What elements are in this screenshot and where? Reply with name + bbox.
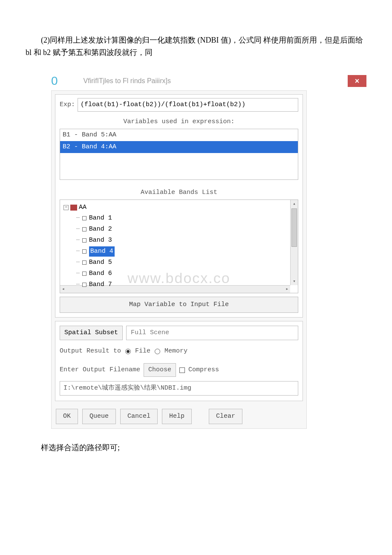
- queue-button[interactable]: Queue: [82, 409, 116, 424]
- tree-item[interactable]: ┄Band 3: [76, 235, 294, 246]
- tree-branch-icon: ┄: [76, 236, 80, 245]
- choose-button[interactable]: Choose: [144, 363, 176, 377]
- band-box-icon: [82, 260, 86, 265]
- clear-button[interactable]: Clear: [209, 409, 242, 424]
- tree-item[interactable]: ┄Band 4: [76, 246, 294, 257]
- bands-tree: − AA ┄Band 1 ┄Band 2 ┄Band 3 ┄Band 4 ┄Ba…: [60, 199, 298, 293]
- intro-paragraph: (2)同样用上述发放计算图像的归一化建筑指数 (NDBI 值)，公式同 样使用前…: [26, 34, 366, 59]
- outro-paragraph: 样选择合适的路径即可;: [26, 442, 366, 454]
- ok-button[interactable]: OK: [56, 409, 78, 424]
- button-row: OK Queue Cancel Help Clear: [52, 405, 306, 428]
- band-label: Band 5: [89, 257, 112, 268]
- close-button[interactable]: ×: [348, 75, 366, 87]
- middle-panel: Spatial Subset Full Scene Output Result …: [55, 321, 303, 401]
- compress-checkbox[interactable]: [179, 367, 185, 373]
- output-path-input[interactable]: I:\remote\城市遥感实验\结果\NDBI.img: [60, 381, 298, 396]
- tree-branch-icon: ┄: [76, 280, 80, 289]
- memory-radio[interactable]: [155, 349, 160, 354]
- band-box-icon: [82, 227, 86, 231]
- band-label: Band 3: [89, 235, 112, 246]
- tree-branch-icon: ┄: [76, 258, 80, 267]
- spatial-subset-button[interactable]: Spatial Subset: [60, 326, 123, 340]
- tree-branch-icon: ┄: [76, 269, 80, 278]
- band-box-icon: [82, 238, 86, 243]
- tree-item[interactable]: ┄Band 5: [76, 257, 294, 268]
- memory-radio-label: Memory: [164, 346, 187, 356]
- band-box-icon: [82, 216, 86, 220]
- exp-input[interactable]: (float(b1)-float(b2))/(float(b1)+float(b…: [78, 98, 298, 112]
- exp-label: Exp:: [60, 100, 75, 110]
- variable-item[interactable]: B2 - Band 4:AA: [60, 141, 298, 153]
- output-result-label: Output Result to: [60, 346, 121, 356]
- variables-list[interactable]: B1 - Band 5:AA B2 - Band 4:AA: [60, 129, 298, 180]
- tree-item[interactable]: ┄Band 6: [76, 268, 294, 279]
- map-variable-button[interactable]: Map Variable to Input File: [60, 297, 298, 313]
- band-label: Band 2: [89, 224, 112, 234]
- header-zero: 0: [51, 72, 58, 91]
- band-box-icon: [82, 249, 86, 254]
- tree-collapse-icon[interactable]: −: [63, 205, 69, 210]
- tree-item[interactable]: ┄Band 2: [76, 224, 294, 235]
- cancel-button[interactable]: Cancel: [120, 409, 158, 424]
- variable-item[interactable]: B1 - Band 5:AA: [60, 129, 298, 141]
- variables-label: Variables used in expression:: [55, 115, 303, 129]
- band-label: Band 4: [89, 246, 115, 257]
- dialog-title: VfirifITjles to Fl rinds Paiiirx]s: [84, 75, 348, 87]
- file-icon: [70, 205, 77, 211]
- spatial-subset-value[interactable]: Full Scene: [126, 326, 298, 340]
- dialog-window: Exp: (float(b1)-float(b2))/(float(b1)+fl…: [51, 90, 307, 429]
- band-box-icon: [82, 283, 86, 287]
- file-radio[interactable]: [125, 349, 131, 354]
- compress-label: Compress: [188, 365, 219, 375]
- tree-branch-icon: ┄: [76, 225, 80, 234]
- tree-branch-icon: ┄: [76, 247, 80, 256]
- band-label: Band 6: [89, 269, 112, 279]
- help-button[interactable]: Help: [162, 409, 192, 424]
- output-filename-label: Enter Output Filename: [60, 365, 140, 375]
- tree-root[interactable]: − AA: [63, 202, 294, 213]
- band-label: Band 1: [89, 213, 112, 223]
- top-panel: Exp: (float(b1)-float(b2))/(float(b1)+fl…: [55, 94, 303, 318]
- bands-list-label: Available Bands List: [55, 184, 303, 199]
- tree-item[interactable]: ┄Band 1: [76, 213, 294, 224]
- file-radio-label: File: [135, 346, 150, 356]
- tree-branch-icon: ┄: [76, 214, 80, 223]
- band-box-icon: [82, 272, 86, 276]
- band-label: Band 7: [89, 280, 112, 290]
- tree-item[interactable]: ┄Band 7: [76, 279, 294, 290]
- tree-root-label: AA: [79, 202, 86, 213]
